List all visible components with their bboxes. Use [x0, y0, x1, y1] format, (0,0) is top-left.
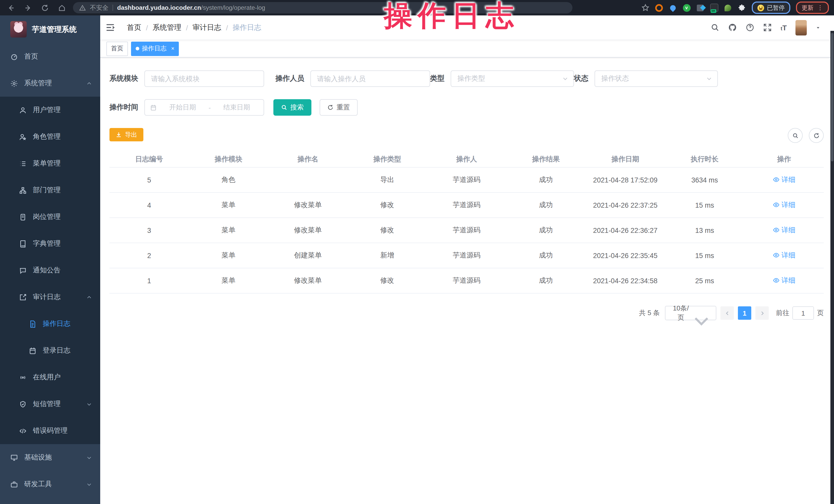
tab-home[interactable]: 首页 — [106, 41, 128, 56]
status-select[interactable]: 操作状态 — [595, 70, 718, 87]
active-dot-icon — [136, 47, 139, 50]
close-icon[interactable]: × — [171, 46, 174, 51]
security-label[interactable]: 不安全 — [90, 3, 108, 12]
prev-page-button[interactable] — [720, 306, 734, 320]
table-row: 1 菜单 修改菜单 修改 芋道源码 成功 2021-04-26 22:34:58… — [109, 268, 824, 293]
list-icon — [19, 160, 27, 167]
bookmark-star-icon[interactable] — [641, 4, 649, 12]
chevron-down-icon — [691, 310, 712, 316]
sidebar-item-sms[interactable]: 短信管理 — [0, 391, 100, 417]
page-number-1[interactable]: 1 — [738, 306, 751, 320]
sidebar-item-audit-log[interactable]: 审计日志 — [0, 284, 100, 310]
extension-blocks-icon[interactable] — [696, 4, 704, 12]
url-bar[interactable]: 不安全 dashboard.yudao.iocoder.cn/system/lo… — [73, 2, 572, 13]
paused-chip[interactable]: 已暂停 — [751, 2, 790, 14]
detail-link[interactable]: 详细 — [773, 175, 795, 184]
reload-icon[interactable] — [41, 4, 49, 12]
breadcrumb-audit[interactable]: 审计日志 — [193, 23, 221, 32]
chevron-down-icon — [706, 75, 712, 82]
sidebar-item-home[interactable]: 首页 — [0, 43, 100, 70]
avatar[interactable] — [795, 20, 807, 35]
kebab-menu-icon[interactable]: ⋮ — [817, 4, 823, 11]
breadcrumb-system[interactable]: 系统管理 — [153, 23, 181, 32]
sidebar-item-menus[interactable]: 菜单管理 — [0, 150, 100, 177]
operate-log-table: 日志编号 操作模块 操作名 操作类型 操作人 操作结果 操作日期 执行时长 操作 — [109, 152, 824, 293]
sidebar-item-online-users[interactable]: 在线用户 — [0, 364, 100, 391]
forward-icon[interactable] — [24, 4, 32, 12]
update-chip[interactable]: 更新⋮ — [796, 2, 829, 14]
operator-input[interactable] — [310, 70, 430, 87]
sidebar-item-notices[interactable]: 通知公告 — [0, 257, 100, 284]
extension-orange-icon[interactable] — [655, 4, 663, 12]
breadcrumb-home[interactable]: 首页 — [127, 23, 141, 32]
date-range-picker[interactable]: 开始日期 - 结束日期 — [145, 99, 264, 116]
eye-icon — [773, 252, 780, 259]
end-date-placeholder[interactable]: 结束日期 — [215, 103, 259, 112]
extension-pin-icon[interactable] — [669, 4, 677, 12]
sidebar: 芋道管理系统 首页 系统管理 用户管理 角色管理 — [0, 16, 100, 504]
sidebar-item-users[interactable]: 用户管理 — [0, 96, 100, 123]
sidebar-item-operate-log[interactable]: 操作日志 — [0, 310, 100, 337]
search-icon[interactable] — [711, 23, 719, 32]
help-icon[interactable] — [746, 23, 754, 32]
type-label: 类型 — [430, 74, 444, 83]
sidebar-item-dev-tools[interactable]: 研发工具 — [0, 471, 100, 498]
scrollbar[interactable] — [830, 31, 834, 504]
col-duration: 执行时长 — [665, 152, 744, 167]
hamburger-icon[interactable] — [105, 23, 115, 32]
calendar-icon — [150, 104, 157, 111]
github-icon[interactable] — [728, 23, 737, 32]
refresh-table-button[interactable] — [809, 128, 824, 143]
page-size-select[interactable]: 10条/页 — [665, 306, 716, 320]
sidebar-item-login-log[interactable]: 登录日志 — [0, 337, 100, 364]
fullscreen-icon[interactable] — [763, 23, 772, 32]
type-select[interactable]: 操作类型 — [451, 70, 574, 87]
tab-operate-log[interactable]: 操作日志 × — [131, 41, 179, 56]
sidebar-item-dict[interactable]: 字典管理 — [0, 230, 100, 257]
pagination: 共 5 条 10条/页 1 前往 页 — [109, 306, 824, 320]
pagination-total: 共 5 条 — [639, 308, 660, 318]
browser-chrome: 不安全 dashboard.yudao.iocoder.cn/system/lo… — [0, 0, 834, 16]
sidebar-logo[interactable]: 芋道管理系统 — [0, 16, 100, 43]
extensions-puzzle-icon[interactable] — [738, 4, 746, 12]
detail-link[interactable]: 详细 — [773, 200, 795, 210]
chevron-down-icon — [86, 481, 92, 487]
extension-leaf-icon[interactable] — [724, 4, 732, 12]
extension-v-icon[interactable]: v — [683, 4, 690, 12]
export-button[interactable]: 导出 — [109, 128, 144, 141]
detail-link[interactable]: 详细 — [773, 226, 795, 235]
sidebar-item-infrastructure[interactable]: 基础设施 — [0, 444, 100, 471]
toggle-search-button[interactable] — [788, 128, 803, 143]
back-icon[interactable] — [7, 4, 15, 12]
dashboard-icon — [10, 53, 18, 60]
chevron-up-icon — [86, 81, 92, 86]
sidebar-item-departments[interactable]: 部门管理 — [0, 177, 100, 203]
sidebar-item-posts[interactable]: 岗位管理 — [0, 203, 100, 230]
extension-dark-icon[interactable]: on — [710, 4, 718, 12]
refresh-icon — [813, 132, 819, 138]
breadcrumb-separator: / — [186, 23, 188, 31]
module-input[interactable] — [145, 70, 264, 87]
chevron-right-icon — [759, 310, 765, 316]
col-name: 操作名 — [268, 152, 348, 167]
detail-link[interactable]: 详细 — [773, 251, 795, 260]
eye-icon — [773, 227, 780, 234]
search-icon — [281, 104, 287, 111]
detail-link[interactable]: 详细 — [773, 276, 795, 285]
scrollbar-thumb[interactable] — [831, 33, 833, 161]
search-button[interactable]: 搜索 — [273, 99, 311, 116]
next-page-button[interactable] — [755, 306, 769, 320]
eye-icon — [773, 277, 780, 284]
sidebar-item-system[interactable]: 系统管理 — [0, 70, 100, 96]
start-date-placeholder[interactable]: 开始日期 — [161, 103, 204, 112]
font-size-icon[interactable]: tT — [781, 23, 787, 31]
sidebar-item-error-codes[interactable]: 错误码管理 — [0, 417, 100, 444]
reset-button[interactable]: 重置 — [320, 99, 358, 116]
goto-page-input[interactable] — [792, 306, 814, 320]
home-icon[interactable] — [58, 4, 66, 12]
caret-down-icon[interactable] — [815, 25, 821, 30]
book-icon — [19, 240, 27, 247]
top-navbar: 首页 / 系统管理 / 审计日志 / 操作日志 tT — [100, 16, 834, 40]
sidebar-item-roles[interactable]: 角色管理 — [0, 123, 100, 150]
status-label: 状态 — [574, 74, 588, 83]
